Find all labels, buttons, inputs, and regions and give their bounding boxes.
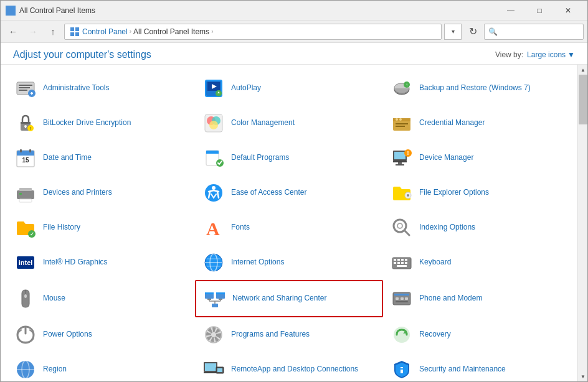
cp-item-internet-options[interactable]: Internet Options	[195, 245, 383, 280]
cp-item-region[interactable]: Region	[7, 352, 195, 381]
power-options-label: Power Options	[43, 330, 92, 340]
svg-rect-52	[393, 161, 407, 162]
cp-item-security-maintenance[interactable]: Security and Maintenance	[383, 352, 571, 381]
cp-item-backup-restore[interactable]: ↑Backup and Restore (Windows 7)	[383, 71, 571, 106]
svg-rect-83	[394, 262, 396, 264]
cp-item-remoteapp[interactable]: RemoteApp and Desktop Connections	[195, 352, 383, 381]
svg-rect-59	[19, 188, 32, 191]
minimize-button[interactable]: —	[496, 1, 525, 21]
close-button[interactable]: ✕	[554, 1, 582, 21]
svg-point-64	[407, 194, 409, 197]
scroll-down-button[interactable]: ▼	[578, 371, 587, 381]
svg-rect-51	[394, 152, 405, 159]
svg-rect-38	[396, 126, 405, 127]
cp-item-credential-manager[interactable]: Credential Manager	[383, 106, 571, 141]
svg-rect-79	[394, 259, 396, 261]
svg-rect-85	[401, 262, 404, 264]
cp-item-keyboard[interactable]: Keyboard	[383, 245, 571, 280]
scroll-up-button[interactable]: ▲	[578, 65, 587, 75]
cp-item-mouse[interactable]: Mouse	[7, 280, 195, 317]
svg-rect-26	[21, 122, 31, 124]
network-sharing-icon	[202, 286, 227, 311]
date-time-icon: 15	[13, 146, 38, 170]
cp-item-file-history[interactable]: ✓File History	[7, 210, 195, 245]
cp-item-indexing-options[interactable]: Indexing Options	[383, 210, 571, 245]
svg-rect-94	[216, 292, 225, 294]
svg-rect-122	[401, 370, 403, 373]
search-box[interactable]: 🔍	[484, 24, 584, 40]
default-programs-label: Default Programs	[231, 153, 289, 163]
svg-rect-1	[11, 6, 15, 10]
svg-point-62	[212, 186, 216, 190]
view-by-value: Large icons	[527, 50, 566, 59]
svg-rect-84	[397, 262, 400, 264]
cp-item-fonts[interactable]: AFonts	[195, 210, 383, 245]
remoteapp-label: RemoteApp and Desktop Connections	[231, 365, 358, 375]
cp-item-device-manager[interactable]: !Device Manager	[383, 141, 571, 175]
color-management-label: Color Management	[231, 118, 295, 128]
cp-item-intel-hd[interactable]: intelIntel® HD Graphics	[7, 245, 195, 280]
window-title: All Control Panel Items	[19, 6, 496, 15]
svg-text:↑: ↑	[405, 82, 408, 88]
svg-rect-58	[19, 193, 22, 195]
title-bar: All Control Panel Items — □ ✕	[1, 1, 587, 21]
path-control-panel[interactable]: Control Panel	[82, 27, 128, 36]
svg-rect-28	[25, 126, 26, 128]
cp-item-network-sharing[interactable]: Network and Sharing Center	[195, 280, 383, 317]
svg-rect-91	[205, 292, 214, 294]
svg-rect-10	[19, 87, 30, 88]
svg-text:intel: intel	[19, 259, 33, 266]
svg-rect-5	[75, 27, 79, 31]
svg-point-40	[399, 118, 402, 121]
cp-item-color-management[interactable]: Color Management	[195, 106, 383, 141]
keyboard-icon	[389, 250, 414, 275]
svg-rect-105	[405, 297, 408, 300]
remoteapp-icon	[201, 357, 226, 381]
svg-rect-117	[205, 363, 216, 371]
bitlocker-icon: !	[13, 111, 38, 136]
network-sharing-label: Network and Sharing Center	[232, 294, 326, 304]
view-by-control: View by: Large icons ▼	[495, 50, 575, 59]
maximize-button[interactable]: □	[525, 1, 554, 21]
cp-item-default-programs[interactable]: Default Programs	[195, 141, 383, 175]
svg-rect-57	[17, 190, 34, 199]
cp-item-file-explorer-options[interactable]: File Explorer Options	[383, 175, 571, 210]
svg-rect-43	[17, 153, 34, 156]
scroll-thumb[interactable]	[579, 75, 587, 124]
path-current: All Control Panel Items	[133, 27, 209, 36]
cp-item-devices-printers[interactable]: Devices and Printers	[7, 175, 195, 210]
power-options-icon	[13, 322, 38, 347]
content-area: Adjust your computer's settings View by:…	[1, 43, 587, 381]
refresh-button[interactable]: ↻	[464, 23, 481, 40]
svg-point-69	[397, 223, 402, 228]
scroll-track[interactable]	[578, 75, 587, 371]
file-history-label: File History	[43, 223, 80, 233]
panel-header: Adjust your computer's settings View by:…	[1, 43, 587, 65]
cp-item-recovery[interactable]: Recovery	[383, 317, 571, 352]
device-manager-label: Device Manager	[419, 153, 473, 163]
cp-item-autoplay[interactable]: AutoPlay	[195, 71, 383, 106]
svg-rect-48	[206, 151, 219, 154]
cp-item-bitlocker[interactable]: !BitLocker Drive Encryption	[7, 106, 195, 141]
forward-button[interactable]: →	[24, 23, 42, 40]
region-label: Region	[43, 365, 67, 375]
cp-item-ease-of-access[interactable]: Ease of Access Center	[195, 175, 383, 210]
up-button[interactable]: ↑	[44, 23, 62, 40]
cp-item-date-time[interactable]: 15Date and Time	[7, 141, 195, 175]
backup-restore-label: Backup and Restore (Windows 7)	[419, 83, 531, 93]
cp-item-administrative-tools[interactable]: Administrative Tools	[7, 71, 195, 106]
cp-item-phone-modem[interactable]: Phone and Modem	[383, 280, 571, 317]
cp-item-power-options[interactable]: Power Options	[7, 317, 195, 352]
svg-text:A: A	[206, 218, 220, 239]
address-bar: ← → ↑ Control Panel › All Control Panel …	[1, 21, 587, 43]
date-time-label: Date and Time	[43, 153, 92, 163]
fonts-icon: A	[201, 215, 226, 240]
svg-rect-0	[6, 6, 10, 10]
svg-rect-45	[29, 149, 31, 152]
svg-rect-102	[394, 294, 409, 296]
back-button[interactable]: ←	[4, 23, 22, 40]
cp-item-programs-features[interactable]: Programs and Features	[195, 317, 383, 352]
device-manager-icon: !	[389, 146, 414, 170]
view-by-button[interactable]: Large icons ▼	[527, 50, 575, 59]
address-dropdown[interactable]: ▾	[444, 24, 462, 40]
